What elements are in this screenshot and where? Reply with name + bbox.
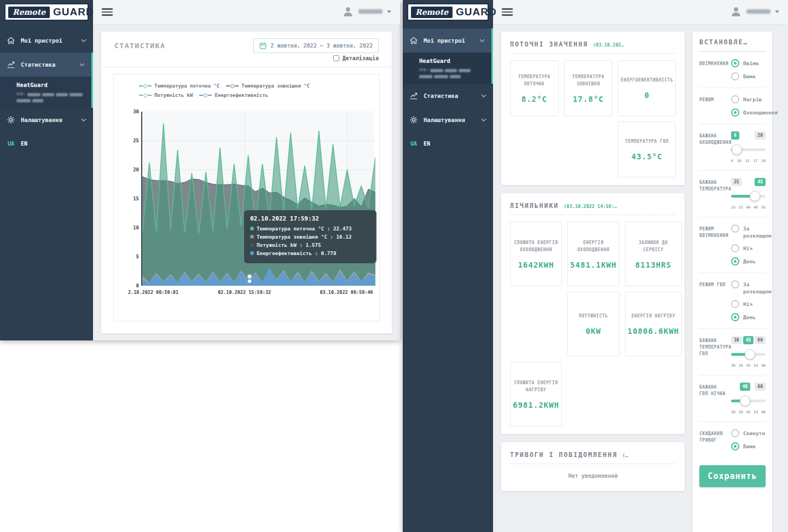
chevron-down-icon (481, 118, 486, 122)
legend-item[interactable]: Енергоефективність (199, 92, 268, 98)
cooling-target-slider[interactable] (731, 145, 766, 155)
radio-schedule[interactable]: За розкладом (731, 224, 771, 239)
radio-icon (731, 257, 739, 265)
radio-schedule[interactable]: За розкладом (731, 280, 771, 295)
radio-icon (731, 280, 739, 288)
redacted-uid (16, 99, 31, 102)
y-axis-tick: 20 (125, 167, 139, 172)
legend-item[interactable]: Потужність kW (139, 92, 193, 98)
setting-dhw-mode: РЕЖИМ ГВП За розкладом Ніч День (699, 273, 766, 328)
lang-ua[interactable]: UA (410, 141, 417, 147)
lang-ua[interactable]: UA (8, 141, 14, 147)
dhw-night-slider[interactable] (731, 396, 766, 406)
current-values-card: ПОТОЧНІ ЗНАЧЕННЯ (03.10.202… ТЕМПЕРАТУРА… (501, 32, 685, 185)
y-axis-tick: 5 (125, 254, 139, 259)
redacted-uid (430, 69, 443, 72)
radio-power-off[interactable]: Вимк (731, 72, 766, 80)
detail-checkbox-label: Деталізація (343, 55, 379, 61)
chevron-down-icon (79, 63, 85, 67)
sidebar-item-label: Статистика (21, 61, 55, 68)
radio-icon (731, 313, 739, 321)
chart-legend: Температура поточна °CТемпература зовніш… (139, 83, 369, 102)
sidebar-item-label: Налаштування (424, 117, 465, 123)
slider-handle[interactable] (745, 349, 755, 360)
user-menu[interactable] (730, 5, 779, 18)
user-menu[interactable] (342, 5, 391, 18)
series-dot (250, 251, 254, 255)
language-switcher: UA EN (403, 132, 493, 155)
sidebar-item-label: Мої пристрої (424, 37, 465, 44)
radio-icon (731, 95, 739, 103)
slider-handle[interactable] (740, 396, 750, 406)
legend-item[interactable]: Температура зовнішня °C (226, 83, 310, 89)
setting-power: ВВІМКНЕННЯ Ввімк Вимк (699, 51, 766, 88)
radio-night[interactable]: Ніч (731, 244, 771, 252)
section-title: ПОТОЧНІ ЗНАЧЕННЯ (03.10.202… (510, 41, 676, 54)
chevron-down-icon (481, 94, 486, 98)
radio-off[interactable]: Вимк (731, 442, 766, 450)
sidebar: Remote GUARD Мої пристрої Статистика Hea… (0, 0, 93, 340)
x-axis-tick: 2.10.2022 00:59:01 (115, 290, 192, 295)
radio-night[interactable]: Ніч (731, 300, 771, 308)
counter-tile: ЕНЕРГІЯ НАГРІВУ10806.6KWH (625, 292, 682, 356)
topbar (93, 0, 400, 25)
value-tile: ТЕМПЕРАТУРА ГВП43.5°C (618, 122, 676, 177)
chart-tooltip: 02.10.2022 17:59:32 Температура поточна … (244, 210, 376, 263)
tooltip-row: Температура поточна °C : 22.473 (257, 225, 352, 232)
slider-handle[interactable] (732, 144, 742, 155)
sidebar-item-statistics[interactable]: Статистика (0, 53, 93, 77)
y-axis-tick: 15 (125, 196, 139, 201)
detail-checkbox[interactable] (333, 55, 339, 61)
sidebar-item-devices[interactable]: Мої пристрої (0, 28, 93, 53)
radio-icon (731, 224, 739, 233)
counter-tile: ПОТУЖНІСТЬ0KW (567, 292, 619, 356)
lang-en[interactable]: EN (424, 141, 430, 147)
date-range-value: 2 жовтня, 2022 — 3 жовтня, 2022 (270, 43, 373, 49)
y-axis-tick: 30 (125, 109, 139, 114)
chart: Температура поточна °CТемпература зовніш… (113, 74, 380, 321)
slider-value-badge: 45 (743, 336, 754, 344)
redacted-uid (419, 75, 432, 78)
value-tile: ТЕМПЕРАТУРА ЗОВНІШНЯ17.8°C (564, 60, 613, 116)
save-button[interactable]: Сохранить (699, 465, 766, 487)
dashboard-content: ПОТОЧНІ ЗНАЧЕННЯ (03.10.202… ТЕМПЕРАТУРА… (493, 25, 788, 532)
divider (101, 67, 392, 67)
sidebar-item-statistics[interactable]: Статистика (403, 84, 493, 108)
sidebar-device-heatguard[interactable]: HeatGuard UID: (0, 77, 93, 108)
lang-en[interactable]: EN (21, 141, 27, 147)
brand-bold: GUARD (456, 6, 497, 18)
slider-value-badge: 8 (731, 131, 739, 140)
hamburger-menu-icon[interactable] (102, 8, 113, 18)
radio-day[interactable]: День (731, 257, 771, 265)
redacted-uid (459, 69, 471, 72)
hamburger-menu-icon[interactable] (502, 8, 513, 18)
value-tile: ЕНЕРГОЕФЕКТИВНІСТЬ0 (618, 60, 676, 116)
caret-down-icon (387, 10, 391, 13)
radio-icon (731, 429, 739, 437)
section-timestamp: (… (622, 453, 628, 458)
x-axis-tick: 02.10.2022 15:59:32 (206, 290, 283, 295)
alarms-empty-text: Нет уведомлений (510, 464, 676, 483)
legend-item[interactable]: Температура поточна °C (139, 83, 219, 89)
sidebar-item-settings[interactable]: Налаштування (0, 108, 93, 132)
date-range-picker[interactable]: 2 жовтня, 2022 — 3 жовтня, 2022 (253, 38, 379, 53)
slider-handle[interactable] (750, 191, 760, 201)
y-axis-tick: 0 (125, 283, 139, 288)
sidebar-item-devices[interactable]: Мої пристрої (403, 28, 493, 53)
radio-reset[interactable]: Скинути (731, 429, 766, 437)
temp-target-slider[interactable] (731, 192, 766, 201)
radio-mode-heat[interactable]: Нагрів (731, 95, 778, 103)
series-dot (250, 235, 254, 239)
settings-card: ВСТАНОВЛЕ… ВВІМКНЕННЯ Ввімк Вимк РЕЖИМ Н… (693, 32, 772, 532)
radio-day[interactable]: День (731, 313, 771, 321)
series-dot (250, 227, 254, 230)
sidebar-device-heatguard[interactable]: HeatGuard UID: (403, 53, 493, 84)
radio-icon (731, 300, 739, 308)
sidebar-item-settings[interactable]: Налаштування (403, 108, 493, 132)
radio-power-on[interactable]: Ввімк (731, 59, 766, 67)
setting-alarm-reset: СКИДАННЯ ТРИВОГ Скинути Вимк (699, 421, 766, 458)
radio-mode-cool[interactable]: Охолодження (731, 108, 778, 117)
tooltip-row: Потужність kW : 1.575 (257, 242, 321, 248)
dhw-target-slider[interactable] (731, 350, 766, 360)
chevron-down-icon (479, 39, 485, 43)
